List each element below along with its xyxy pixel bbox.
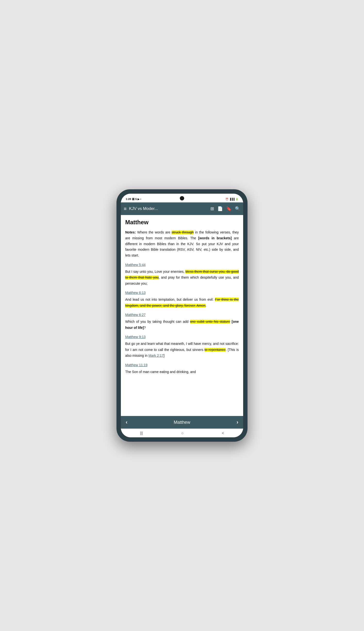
next-chapter-button[interactable]: ›: [236, 419, 238, 426]
verse-text-before-1: And lead us not into temptation, but del…: [125, 298, 215, 302]
bottom-bar: ‹ Matthew ›: [121, 416, 243, 428]
android-recent-button[interactable]: |||: [140, 431, 143, 436]
menu-icon[interactable]: ≡: [124, 206, 127, 212]
app-bar-icons: ⊞ 📄 🔖 🔍: [210, 206, 240, 212]
verse-text-before-4: The Son of man came eating and drinking,…: [125, 370, 196, 374]
verse-text-matt-1119: The Son of man came eating and drinking,…: [125, 369, 239, 375]
verse-block-matt-1119: Matthew 11:19 The Son of man came eating…: [125, 363, 239, 375]
struck-through-example: struck through: [172, 230, 194, 234]
bookmark-icon[interactable]: 🔖: [226, 206, 232, 212]
content-area[interactable]: Matthew Notes: Where the words are struc…: [121, 215, 243, 416]
notes-section: Notes: Where the words are struck throug…: [125, 230, 239, 258]
android-back-button[interactable]: <: [222, 431, 224, 436]
verse-text-after-1: .: [206, 304, 206, 308]
time-display: 1:28: [126, 198, 131, 200]
mark-217-link[interactable]: Mark 2:17: [148, 354, 164, 358]
grid-icon[interactable]: ⊞: [210, 206, 214, 212]
current-chapter-title: Matthew: [174, 420, 190, 425]
verse-ref-matt-613[interactable]: Matthew 6:13: [125, 291, 239, 295]
verse-text-end-3: ]: [164, 354, 164, 358]
verse-struck-2: one cubit unto his stature: [190, 320, 230, 324]
verse-ref-matt-544[interactable]: Matthew 5:44: [125, 263, 239, 267]
verse-block-matt-544: Matthew 5:44 But I say unto you, Love yo…: [125, 263, 239, 286]
app-title: KJV vs Moder...: [129, 206, 208, 211]
notes-text-1: Where the words are: [137, 230, 172, 234]
verse-text-matt-913: But go ye and learn what that meaneth, I…: [125, 341, 239, 359]
app-bar: ≡ KJV vs Moder... ⊞ 📄 🔖 🔍: [121, 202, 243, 215]
status-right: ⏰ ▐▐▐ 🔋: [226, 198, 238, 200]
phone-screen: 1:28 🖼 G ▶ • ⏰ ▐▐▐ 🔋 ≡ KJV vs Moder... ⊞…: [121, 194, 243, 437]
battery-icon: 🔋: [236, 198, 238, 200]
bracket-text-example: [words in brackets]: [198, 236, 232, 240]
status-left: 1:28 🖼 G ▶ •: [126, 198, 141, 200]
verse-text-matt-627: Which of you by taking thought can add o…: [125, 319, 239, 330]
verse-text-before-0: But I say unto you, Love your enemies,: [125, 270, 186, 274]
verse-block-matt-613: Matthew 6:13 And lead us not into tempta…: [125, 291, 239, 308]
verse-struck-3: to repentance: [204, 348, 226, 352]
page-title: Matthew: [125, 219, 239, 226]
notes-label: Notes:: [125, 230, 136, 234]
alarm-icon: ⏰: [226, 198, 228, 200]
verse-block-matt-627: Matthew 6:27 Which of you by taking thou…: [125, 313, 239, 330]
verse-text-before-2: Which of you by taking thought can add: [125, 320, 190, 324]
android-nav-bar: ||| ○ <: [121, 428, 243, 437]
verse-ref-matt-913[interactable]: Matthew 9:13: [125, 335, 239, 339]
signal-icon: ▐▐▐: [229, 198, 234, 200]
verse-block-matt-913: Matthew 9:13 But go ye and learn what th…: [125, 335, 239, 359]
add-document-icon[interactable]: 📄: [218, 206, 223, 212]
phone-frame: 1:28 🖼 G ▶ • ⏰ ▐▐▐ 🔋 ≡ KJV vs Moder... ⊞…: [116, 189, 248, 442]
search-icon[interactable]: 🔍: [235, 206, 240, 212]
camera-notch: [180, 196, 184, 200]
verse-text-after-2: ?: [144, 326, 146, 330]
verse-ref-matt-1119[interactable]: Matthew 11:19: [125, 363, 239, 367]
verse-text-matt-613: And lead us not into temptation, but del…: [125, 296, 239, 308]
prev-chapter-button[interactable]: ‹: [126, 419, 128, 426]
verse-text-matt-544: But I say unto you, Love your enemies, b…: [125, 269, 239, 286]
android-home-button[interactable]: ○: [181, 431, 184, 436]
verse-ref-matt-627[interactable]: Matthew 6:27: [125, 313, 239, 317]
notification-icon: 🖼 G ▶ •: [132, 198, 141, 200]
